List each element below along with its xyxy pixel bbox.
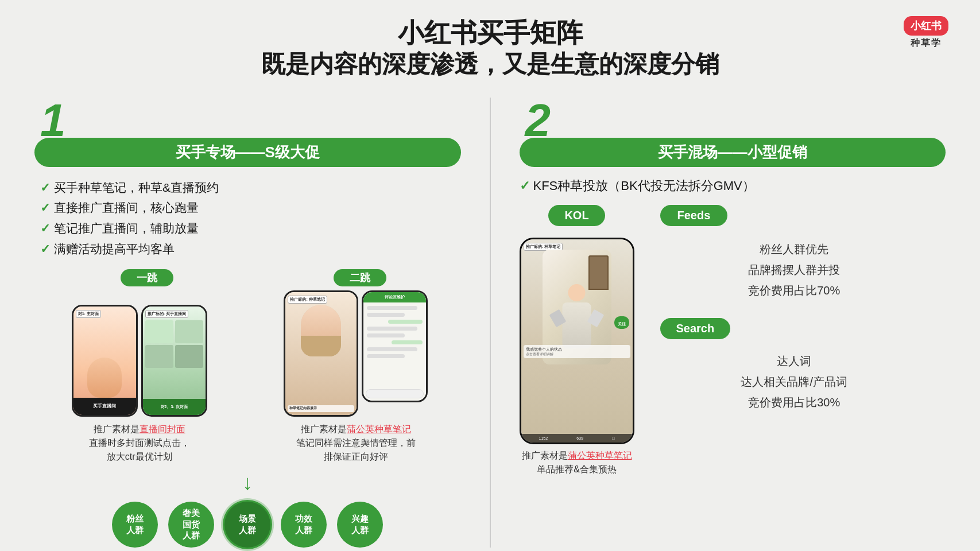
caption2: 推广素材是蒲公英种草笔记 笔记同样需注意舆情管理，前 排保证正向好评 [296, 422, 416, 464]
section1-number: 1 [40, 98, 461, 143]
kfs-text: KFS种草投放（BK代投无法拆分GMV） [520, 177, 946, 195]
section1-header: 买手专场——S级大促 [34, 138, 461, 167]
column-divider [490, 98, 491, 548]
right-caption: 推广素材是蒲公英种草笔记 单品推荐&合集预热 [520, 449, 634, 476]
phone1-screen: 封1: 主封面 买手直播间 [73, 306, 136, 415]
jump1-label: 一跳 [121, 269, 173, 286]
phone2-promo-tag: 推广标的: 买手直播间 [145, 310, 188, 318]
circle-bubble-4: 功效人群 [281, 502, 327, 548]
bullet-item-3: 笔记推广直播间，辅助放量 [40, 218, 461, 239]
caption1: 推广素材是直播间封面 直播时多封面测试点击， 放大ctr最优计划 [89, 422, 190, 464]
kol-phone-section: KOL 推广标的: 种草笔记 [520, 205, 634, 476]
logo-text: 种草学 [911, 37, 942, 49]
phone3: 推广标的: 种草笔记 种草笔记内容展示 [284, 290, 358, 417]
section1: 1 买手专场——S级大促 买手种草笔记，种草&直播预约 直接推广直播间，核心跑量… [34, 98, 461, 548]
page-wrapper: 小红书 种草学 小红书买手矩阵 既是内容的深度渗透，又是生意的深度分销 1 买手… [0, 0, 980, 551]
phone2: 推广标的: 买手直播间 封2、3: 次封面 [141, 305, 207, 417]
bullet-item-1: 买手种草笔记，种草&直播预约 [40, 177, 461, 198]
logo-badge: 小红书 [904, 16, 948, 36]
feeds-block: Feeds 粉丝人群优先 品牌摇摆人群并投 竞价费用占比70% [643, 205, 946, 301]
phone1: 封1: 主封面 买手直播间 [72, 305, 138, 417]
feeds-search-section: Feeds 粉丝人群优先 品牌摇摆人群并投 竞价费用占比70% Search [643, 205, 946, 413]
phone1-tag: 封1: 主封面 [76, 310, 101, 318]
phone-right-large: 推广标的: 种草笔记 [520, 238, 634, 444]
phone3-screen: 推广标的: 种草笔记 种草笔记内容展示 [285, 292, 357, 415]
jump-labels-row: 一跳 二跳 [34, 271, 461, 285]
circle-1: 粉丝人群 [112, 502, 158, 548]
page-title: 小红书买手矩阵 [34, 17, 946, 49]
search-text: 达人词 达人相关品牌/产品词 竞价费用占比30% [643, 351, 946, 413]
circle-2: 奢美国货人群 [168, 502, 214, 548]
phone-group-2: 推广标的: 种草笔记 种草笔记内容展示 [251, 290, 460, 464]
phone-pair-1: 封1: 主封面 买手直播间 推广标的: 买手直播间 [72, 305, 207, 417]
section1-bullet-list: 买手种草笔记，种草&直播预约 直接推广直播间，核心跑量 笔记推广直播间，辅助放量… [34, 177, 461, 259]
circle-bubble-2: 奢美国货人群 [168, 502, 214, 548]
header: 小红书买手矩阵 既是内容的深度渗透，又是生意的深度分销 [34, 17, 946, 80]
kol-row: KOL 推广标的: 种草笔记 [520, 205, 946, 476]
phone-pair-2: 推广标的: 种草笔记 种草笔记内容展示 [284, 290, 428, 417]
circle-bubble-3-active: 场景人群 [224, 502, 270, 548]
section2-number: 2 [525, 98, 946, 143]
feeds-text: 粉丝人群优先 品牌摇摆人群并投 竞价费用占比70% [643, 239, 946, 301]
phone4-screen: 评论区维护 [363, 292, 426, 401]
phone3-tag: 推广标的: 种草笔记 [288, 296, 327, 304]
section2-header: 买手混场——小型促销 [520, 138, 946, 167]
page-subtitle: 既是内容的深度渗透，又是生意的深度分销 [34, 49, 946, 80]
content-area: 1 买手专场——S级大促 买手种草笔记，种草&直播预约 直接推广直播间，核心跑量… [34, 98, 946, 548]
feeds-label: Feeds [660, 205, 728, 226]
kol-label: KOL [548, 205, 605, 226]
phone2-screen: 推广标的: 买手直播间 封2、3: 次封面 [143, 306, 206, 415]
circle-4: 功效人群 [281, 502, 327, 548]
phone-group-1: 封1: 主封面 买手直播间 推广标的: 买手直播间 [34, 305, 244, 464]
search-label: Search [660, 318, 731, 339]
circle-bubble-1: 粉丝人群 [112, 502, 158, 548]
circles-row: 粉丝人群 奢美国货人群 场景人群 功效人群 兴趣人群 [34, 502, 461, 548]
phone4: 评论区维护 [362, 290, 428, 402]
bullet-item-2: 直接推广直播间，核心跑量 [40, 197, 461, 218]
circle-3: 场景人群 [224, 502, 270, 548]
logo: 小红书 种草学 [904, 16, 948, 49]
phone-right-screen: 推广标的: 种草笔记 [521, 239, 633, 443]
circle-bubble-5: 兴趣人群 [337, 502, 383, 548]
phones-row: 封1: 主封面 买手直播间 推广标的: 买手直播间 [34, 290, 461, 464]
arrow-down: ↓ [34, 471, 461, 495]
search-block: Search 达人词 达人相关品牌/产品词 竞价费用占比30% [643, 318, 946, 413]
jump2-label: 二跳 [334, 269, 386, 286]
bullet-item-4: 满赠活动提高平均客单 [40, 239, 461, 259]
section2: 2 买手混场——小型促销 KFS种草投放（BK代投无法拆分GMV） KOL 推广… [520, 98, 946, 548]
circle-5: 兴趣人群 [337, 502, 383, 548]
